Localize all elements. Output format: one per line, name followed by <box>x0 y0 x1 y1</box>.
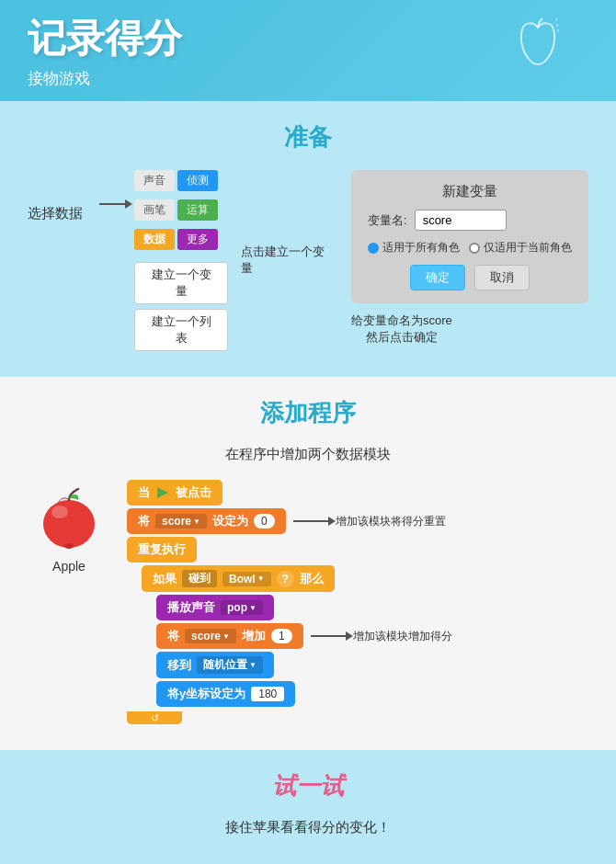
dropdown-arrow: ▼ <box>193 517 200 526</box>
code-blocks: 当 被点击 将 score ▼ 设定为 0 <box>127 480 588 724</box>
block-when-flag: 当 被点击 <box>127 480 588 506</box>
tab-data[interactable]: 数据 <box>134 229 175 250</box>
prepare-title: 准备 <box>28 121 588 153</box>
menu-tabs-row1: 声音 侦测 <box>134 170 228 191</box>
when-flag-block: 当 被点击 <box>127 480 222 506</box>
play-text: 播放声音 <box>167 599 215 616</box>
annotation2-text: 增加该模块增加得分 <box>353 629 452 644</box>
confirm-button[interactable]: 确定 <box>410 265 465 290</box>
goto-block: 移到 随机位置 ▼ <box>156 652 274 678</box>
apple-label: Apple <box>52 559 86 574</box>
tab-operator[interactable]: 运算 <box>177 199 218 221</box>
change-text: 将 <box>167 628 179 644</box>
header: 记录得分 接物游戏 <box>0 0 616 101</box>
tab-pen[interactable]: 画笔 <box>134 199 175 221</box>
bowl-dropdown-arrow: ▼ <box>257 574 265 583</box>
page-subtitle: 接物游戏 <box>28 68 588 89</box>
annotation-right: 给变量命名为score 然后点击确定 <box>351 313 452 346</box>
try-title: 试一试 <box>28 770 588 802</box>
create-var-button[interactable]: 建立一个变量 <box>134 262 228 304</box>
var-name-input[interactable] <box>415 210 507 231</box>
if-text: 如果 <box>153 571 177 587</box>
score2-dropdown-arrow: ▼ <box>222 632 230 641</box>
set-to-text: 设定为 <box>212 513 248 529</box>
set-block: 将 score ▼ 设定为 0 <box>127 508 286 534</box>
tab-more[interactable]: 更多 <box>177 229 218 250</box>
annotation1: 增加该模块将得分重置 <box>293 514 446 529</box>
radio-current-sprite[interactable]: 仅适用于当前角色 <box>469 240 572 256</box>
then-text: 那么 <box>300 571 324 587</box>
svg-line-0 <box>556 18 559 35</box>
clicked-text: 被点击 <box>176 484 211 501</box>
annotation-click-create: 点击建立一个变量 <box>241 244 333 277</box>
random-dropdown[interactable]: 随机位置 ▼ <box>197 656 263 674</box>
var-name-row: 变量名: <box>368 210 572 231</box>
prepare-left: 选择数据 声音 侦测 画笔 运算 <box>28 170 333 351</box>
block-set-y: 将y坐标设定为 180 <box>156 681 588 707</box>
play-sound-block: 播放声音 pop ▼ <box>156 595 274 620</box>
flag-icon <box>155 485 170 500</box>
block-change-score: 将 score ▼ 增加 1 增加该模块增加得分 <box>156 623 588 649</box>
set-y-block: 将y坐标设定为 180 <box>156 681 295 707</box>
change-by-text: 增加 <box>242 628 266 644</box>
block-goto: 移到 随机位置 ▼ <box>156 652 588 678</box>
when-text: 当 <box>138 484 150 501</box>
dialog-title: 新建变量 <box>368 183 572 200</box>
prepare-content: 选择数据 声音 侦测 画笔 运算 <box>28 170 588 351</box>
radio-current-sprite-circle <box>469 243 480 254</box>
repeat-end-cap: ↺ <box>127 711 588 724</box>
block-set-score: 将 score ▼ 设定为 0 增加该模块将得分重置 <box>127 508 588 534</box>
scratch-buttons: 建立一个变量 建立一个列表 <box>134 262 228 351</box>
touch-text: 碰到 <box>188 571 211 586</box>
radio-all-sprites-label: 适用于所有角色 <box>382 240 460 256</box>
repeat-block: 重复执行 <box>127 537 197 563</box>
tab-sound[interactable]: 声音 <box>134 170 175 191</box>
page-title: 记录得分 <box>28 13 588 64</box>
touch-dropdown[interactable]: 碰到 <box>182 570 217 587</box>
add-program-title: 添加程序 <box>28 397 588 429</box>
radio-row: 适用于所有角色 仅适用于当前角色 <box>368 240 572 256</box>
if-block: 如果 碰到 Bowl ▼ ? 那么 <box>142 565 335 592</box>
change-val: 1 <box>271 629 292 643</box>
annotation2: 增加该模块增加得分 <box>311 629 452 644</box>
apple-sprite: Apple <box>28 480 110 574</box>
apple-image <box>32 480 106 553</box>
var-name-label: 变量名: <box>368 212 407 229</box>
pop-dropdown[interactable]: pop ▼ <box>221 600 263 615</box>
menu-tabs-row2: 画笔 运算 <box>134 199 228 221</box>
header-decoration-icon <box>515 17 561 67</box>
random-dropdown-arrow: ▼ <box>249 661 257 669</box>
set-text: 将 <box>138 513 150 529</box>
section-try: 试一试 接住苹果看看得分的变化！ <box>0 750 616 864</box>
cancel-button[interactable]: 取消 <box>474 265 530 290</box>
goto-text: 移到 <box>167 657 191 674</box>
radio-all-sprites[interactable]: 适用于所有角色 <box>368 240 460 256</box>
try-subtitle: 接住苹果看看得分的变化！ <box>28 819 588 836</box>
question-mark: ? <box>277 571 294 587</box>
pop-dropdown-arrow: ▼ <box>249 604 257 612</box>
svg-point-1 <box>43 500 95 548</box>
radio-all-sprites-circle <box>368 243 379 254</box>
scratch-menu: 声音 侦测 画笔 运算 数据 更多 建立一个变量 建立一个列表 <box>134 170 228 351</box>
set-val: 0 <box>254 514 275 529</box>
y-val: 180 <box>251 687 284 701</box>
svg-marker-4 <box>157 487 168 498</box>
add-program-subtitle: 在程序中增加两个数据模块 <box>28 446 588 463</box>
section-prepare: 准备 选择数据 声音 侦测 画笔 <box>0 101 616 377</box>
score-dropdown[interactable]: score ▼ <box>155 514 207 529</box>
tab-detection[interactable]: 侦测 <box>177 170 218 191</box>
block-play-sound: 播放声音 pop ▼ <box>156 595 588 620</box>
radio-current-sprite-label: 仅适用于当前角色 <box>484 240 572 256</box>
annotation1-text: 增加该模块将得分重置 <box>336 514 446 529</box>
dialog-buttons: 确定 取消 <box>368 265 572 290</box>
score2-dropdown[interactable]: score ▼ <box>185 629 236 643</box>
new-var-dialog: 新建变量 变量名: 适用于所有角色 仅适用于当前角色 确定 <box>351 170 588 303</box>
end-arrow: ↺ <box>151 712 159 724</box>
change-block: 将 score ▼ 增加 1 <box>156 623 303 649</box>
block-if: 如果 碰到 Bowl ▼ ? 那么 <box>142 565 588 592</box>
create-list-button[interactable]: 建立一个列表 <box>134 309 228 351</box>
block-repeat: 重复执行 <box>127 537 588 563</box>
bowl-dropdown[interactable]: Bowl ▼ <box>222 572 271 586</box>
select-data-label: 选择数据 <box>28 205 83 222</box>
set-y-text: 将y坐标设定为 <box>167 686 245 702</box>
